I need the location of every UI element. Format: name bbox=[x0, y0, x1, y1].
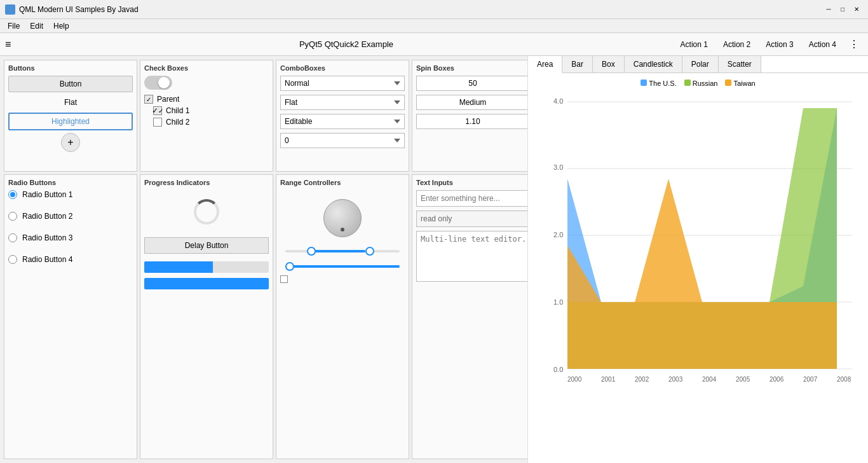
chart-tab-bar[interactable]: Bar bbox=[562, 56, 593, 73]
radio-section: Radio Buttons Radio Button 1 Radio Butto… bbox=[4, 174, 137, 459]
svg-text:2007: 2007 bbox=[803, 376, 818, 383]
checkboxes-section: Check Boxes Parent ✓ Child 1 Child 2 bbox=[140, 60, 273, 172]
parent-checkbox-label: Parent bbox=[157, 95, 179, 104]
knob-container bbox=[280, 199, 405, 237]
range-section: Range Controllers bbox=[276, 174, 409, 459]
text-input-readonly bbox=[416, 211, 527, 227]
chart-legend: The U.S. Russian Taiwan bbox=[534, 79, 862, 87]
radio-4[interactable]: Radio Button 4 bbox=[8, 255, 133, 264]
combobox-editable[interactable]: EditableOption 2 bbox=[280, 114, 405, 129]
radio-2-label: Radio Button 2 bbox=[22, 212, 72, 221]
range-thumb-left[interactable] bbox=[307, 247, 316, 256]
child2-checkbox-label: Child 2 bbox=[166, 118, 189, 127]
combobox-zero[interactable]: 012 bbox=[280, 133, 405, 148]
text-input-main[interactable] bbox=[416, 190, 527, 207]
parent-checkbox[interactable]: Parent bbox=[144, 95, 269, 104]
menu-edit[interactable]: Edit bbox=[25, 20, 48, 32]
menu-file[interactable]: File bbox=[3, 20, 25, 32]
svg-text:2.0: 2.0 bbox=[553, 231, 563, 238]
range-thumb-single[interactable] bbox=[285, 262, 294, 271]
range-thumb-right[interactable] bbox=[365, 247, 374, 256]
svg-text:4.0: 4.0 bbox=[553, 97, 563, 105]
chart-tab-scatter[interactable]: Scatter bbox=[719, 56, 761, 73]
spinbox-2: ▲ ▼ bbox=[416, 95, 527, 110]
plus-button[interactable]: + bbox=[61, 133, 80, 152]
svg-text:2005: 2005 bbox=[736, 376, 750, 383]
checkboxes-title: Check Boxes bbox=[144, 64, 269, 72]
delay-button[interactable]: Delay Button bbox=[144, 237, 269, 254]
maximize-button[interactable]: □ bbox=[836, 4, 849, 15]
range-slider-single bbox=[283, 265, 402, 268]
range-checkbox[interactable] bbox=[280, 275, 405, 283]
hamburger-icon[interactable]: ≡ bbox=[5, 39, 11, 50]
textinputs-title: Text Inputs bbox=[416, 179, 527, 186]
svg-text:2008: 2008 bbox=[837, 376, 851, 383]
radio-2-circle bbox=[8, 212, 17, 221]
toggle-switch[interactable] bbox=[144, 76, 172, 90]
progress-bar-partial bbox=[144, 261, 269, 273]
chart-tab-box[interactable]: Box bbox=[593, 56, 625, 73]
child2-checkbox[interactable]: Child 2 bbox=[144, 118, 269, 127]
action1-button[interactable]: Action 1 bbox=[674, 38, 714, 52]
svg-text:2006: 2006 bbox=[770, 376, 784, 383]
combobox-flat[interactable]: FlatOption 2 bbox=[280, 95, 405, 110]
radio-3-label: Radio Button 3 bbox=[22, 233, 72, 242]
child1-checkbox[interactable]: ✓ Child 1 bbox=[144, 106, 269, 115]
chart-tab-polar[interactable]: Polar bbox=[682, 56, 719, 73]
spinbox-3-input[interactable] bbox=[416, 114, 527, 129]
legend-taiwan: Taiwan bbox=[725, 79, 755, 87]
range-checkbox-box bbox=[280, 275, 288, 283]
chart-area: The U.S. Russian Taiwan 4.0 3.0 2.0 1.0 … bbox=[528, 73, 868, 463]
radio-4-label: Radio Button 4 bbox=[22, 255, 72, 264]
radio-3-circle bbox=[8, 233, 17, 242]
progress-bar-track bbox=[144, 261, 269, 273]
more-options-icon[interactable]: ⋮ bbox=[845, 38, 863, 50]
radio-3[interactable]: Radio Button 3 bbox=[8, 233, 133, 242]
svg-text:2003: 2003 bbox=[668, 376, 683, 383]
buttons-section: Buttons Button Flat Highlighted + bbox=[4, 60, 137, 172]
menu-help[interactable]: Help bbox=[48, 20, 74, 32]
combobox-normal[interactable]: NormalOption 2 bbox=[280, 76, 405, 91]
radio-4-circle bbox=[8, 255, 17, 264]
highlighted-button[interactable]: Highlighted bbox=[8, 113, 133, 130]
radio-1[interactable]: Radio Button 1 bbox=[8, 190, 133, 199]
svg-text:1.0: 1.0 bbox=[553, 298, 563, 306]
svg-text:3.0: 3.0 bbox=[553, 163, 563, 171]
spinbox-1-input[interactable] bbox=[416, 76, 527, 91]
chart-tab-area[interactable]: Area bbox=[528, 56, 562, 73]
child2-checkbox-box bbox=[153, 118, 162, 127]
comboboxes-title: ComboBoxes bbox=[280, 64, 405, 72]
range-fill-dual bbox=[308, 250, 365, 252]
window-controls: ─ □ ✕ bbox=[822, 4, 863, 15]
radio-1-label: Radio Button 1 bbox=[22, 190, 72, 199]
radio-1-circle bbox=[8, 190, 17, 199]
minimize-button[interactable]: ─ bbox=[822, 4, 835, 15]
spinbox-2-input[interactable] bbox=[416, 95, 527, 110]
progress-title: Progress Indicators bbox=[144, 179, 269, 186]
svg-text:2002: 2002 bbox=[635, 376, 649, 383]
menu-bar: File Edit Help bbox=[0, 19, 868, 33]
range-title: Range Controllers bbox=[280, 179, 405, 186]
range-knob[interactable] bbox=[323, 199, 362, 237]
action3-button[interactable]: Action 3 bbox=[759, 38, 799, 52]
spinner-icon bbox=[194, 199, 219, 225]
area-chart-svg: 4.0 3.0 2.0 1.0 0.0 2000 2001 2002 2003 … bbox=[534, 92, 858, 391]
spinboxes-title: Spin Boxes bbox=[416, 64, 527, 72]
action4-button[interactable]: Action 4 bbox=[803, 38, 843, 52]
toolbar-actions: Action 1 Action 2 Action 3 Action 4 ⋮ bbox=[674, 38, 863, 52]
flat-button[interactable]: Flat bbox=[8, 95, 133, 110]
radio-2[interactable]: Radio Button 2 bbox=[8, 212, 133, 221]
buttons-title: Buttons bbox=[8, 64, 133, 72]
range-track-dual bbox=[285, 250, 400, 252]
svg-text:2000: 2000 bbox=[567, 376, 582, 383]
spinboxes-section: Spin Boxes ▲ ▼ ▲ ▼ ▲ ▼ bbox=[412, 60, 527, 172]
action2-button[interactable]: Action 2 bbox=[717, 38, 757, 52]
svg-text:0.0: 0.0 bbox=[553, 366, 563, 373]
close-button[interactable]: ✕ bbox=[850, 4, 863, 15]
normal-button[interactable]: Button bbox=[8, 76, 133, 92]
text-area-multiline[interactable] bbox=[416, 231, 527, 282]
chart-tab-candlestick[interactable]: Candlestick bbox=[625, 56, 682, 73]
chart-section: Area Bar Box Candlestick Polar Scatter T… bbox=[527, 56, 868, 463]
progress-bar-fill bbox=[144, 261, 213, 273]
legend-us: The U.S. bbox=[641, 79, 676, 87]
